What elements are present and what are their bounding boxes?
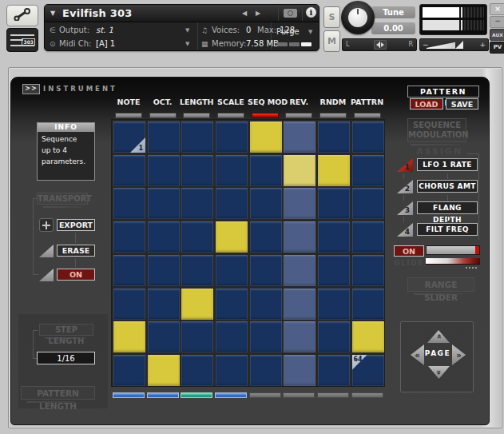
- tune-value[interactable]: 0.00: [371, 22, 415, 34]
- snapshot-camera-icon[interactable]: [284, 9, 297, 18]
- close-button[interactable]: ×: [490, 3, 504, 15]
- column-header-7[interactable]: RNDM: [315, 97, 350, 107]
- grid-cell-r6c2[interactable]: [148, 289, 180, 320]
- grid-cell-r7c1[interactable]: [113, 321, 145, 352]
- grid-cell-r7c6[interactable]: [284, 321, 315, 352]
- next-instrument-icon[interactable]: ▶: [256, 10, 260, 17]
- grid-cell-r1c5[interactable]: [250, 121, 282, 153]
- grid-cell-r6c3[interactable]: [181, 289, 213, 320]
- grid-cell-r5c2[interactable]: [148, 255, 180, 286]
- volume-handle[interactable]: [455, 41, 463, 49]
- column-header-3[interactable]: LENGTH: [180, 97, 214, 107]
- column-header-2[interactable]: OCT.: [145, 97, 180, 107]
- grid-cell-r3c8[interactable]: [352, 188, 384, 219]
- grid-cell-r3c6[interactable]: [284, 188, 315, 219]
- transport-on-button[interactable]: ON: [57, 269, 95, 281]
- grid-cell-r3c4[interactable]: [216, 188, 248, 219]
- grid-cell-r3c2[interactable]: [148, 188, 180, 219]
- grid-cell-r8c7[interactable]: [318, 355, 350, 386]
- column-page-bar-5[interactable]: [249, 392, 281, 398]
- grid-cell-r4c1[interactable]: [113, 221, 145, 253]
- grid-cell-r3c5[interactable]: [250, 188, 282, 219]
- grid-cell-r1c4[interactable]: [216, 121, 248, 153]
- column-header-5[interactable]: SEQ MOD: [248, 97, 282, 107]
- info-icon[interactable]: i: [306, 7, 316, 18]
- grid-cell-r5c6[interactable]: [284, 255, 315, 286]
- column-page-bar-7[interactable]: [317, 392, 349, 398]
- column-page-bar-6[interactable]: [283, 392, 315, 398]
- grid-cell-r1c7[interactable]: [318, 121, 350, 153]
- purge-button[interactable]: Purge: [276, 27, 300, 36]
- aux-button[interactable]: AUX: [490, 29, 504, 41]
- grid-cell-r4c2[interactable]: [148, 221, 180, 253]
- grid-cell-r8c1[interactable]: [113, 355, 145, 386]
- column-page-bar-1[interactable]: [113, 392, 145, 398]
- assign-slot-4-button[interactable]: FILT FREQ: [417, 223, 478, 236]
- glide-on-button[interactable]: ON: [394, 245, 424, 257]
- mute-button[interactable]: M: [323, 30, 340, 52]
- grid-cell-r2c6[interactable]: [284, 155, 315, 186]
- purge-dropdown-icon[interactable]: ▼: [308, 29, 312, 35]
- grid-cell-r3c3[interactable]: [181, 188, 213, 219]
- column-page-bar-8[interactable]: [351, 392, 383, 398]
- grid-cell-r8c3[interactable]: [181, 355, 213, 386]
- grid-cell-r4c5[interactable]: [250, 221, 282, 253]
- instrument-303-logo-button[interactable]: 303: [6, 28, 38, 52]
- export-button[interactable]: EXPORT: [57, 219, 95, 231]
- column-header-8[interactable]: PATTRN: [350, 97, 384, 107]
- pv-button[interactable]: PV: [490, 42, 504, 54]
- instrument-minimize-arrow-icon[interactable]: ▼: [50, 10, 55, 17]
- grid-cell-r5c4[interactable]: [216, 255, 248, 286]
- volume-slider[interactable]: − +: [419, 38, 489, 51]
- grid-cell-r7c4[interactable]: [216, 321, 248, 352]
- grid-cell-r8c8[interactable]: 64: [352, 355, 384, 386]
- assign-slot-1-button[interactable]: LFO 1 RATE: [417, 158, 478, 171]
- grid-cell-r6c1[interactable]: [113, 289, 145, 320]
- grid-cell-r4c8[interactable]: [352, 221, 384, 253]
- grid-cell-r1c6[interactable]: [284, 121, 315, 153]
- column-page-bar-4[interactable]: [215, 392, 247, 398]
- grid-cell-r5c7[interactable]: [318, 255, 350, 286]
- load-button[interactable]: LOAD: [410, 98, 443, 109]
- grid-cell-r5c5[interactable]: [250, 255, 282, 286]
- grid-cell-r2c4[interactable]: [216, 155, 248, 186]
- erase-button[interactable]: ERASE: [57, 245, 95, 257]
- grid-cell-r8c2[interactable]: [148, 355, 180, 386]
- grid-cell-r4c6[interactable]: [284, 221, 315, 253]
- pan-handle-icon[interactable]: [374, 40, 387, 50]
- grid-cell-r8c4[interactable]: [216, 355, 248, 386]
- grid-cell-r1c3[interactable]: [181, 121, 213, 153]
- output-dropdown-icon[interactable]: ▼: [185, 27, 189, 34]
- column-select-bar-6[interactable]: [285, 113, 312, 118]
- column-page-bar-3[interactable]: [181, 392, 212, 398]
- page-down-button[interactable]: »: [428, 366, 450, 379]
- edit-wrench-button[interactable]: [6, 5, 38, 26]
- midi-dropdown-icon[interactable]: ▼: [185, 41, 189, 47]
- column-header-6[interactable]: REV.: [282, 97, 316, 107]
- grid-cell-r2c3[interactable]: [181, 155, 213, 186]
- column-select-bar-7[interactable]: [319, 113, 347, 118]
- column-page-bar-2[interactable]: [147, 392, 179, 398]
- column-select-bar-3[interactable]: [183, 113, 210, 118]
- minimize-button[interactable]: −: [490, 16, 504, 28]
- grid-cell-r6c4[interactable]: [216, 289, 248, 320]
- tune-knob[interactable]: [341, 1, 375, 34]
- grid-cell-r3c7[interactable]: [318, 188, 350, 219]
- grid-cell-r2c8[interactable]: [352, 155, 384, 186]
- grid-cell-r4c7[interactable]: [318, 221, 350, 253]
- grid-cell-r2c5[interactable]: [250, 155, 282, 186]
- save-button[interactable]: SAVE: [446, 98, 478, 109]
- pan-slider[interactable]: L R: [342, 38, 417, 51]
- page-up-button[interactable]: »: [427, 330, 450, 343]
- column-select-bar-5[interactable]: [252, 113, 279, 118]
- grid-cell-r7c7[interactable]: [318, 321, 350, 352]
- grid-cell-r7c3[interactable]: [181, 321, 213, 352]
- grid-cell-r2c7[interactable]: [318, 155, 350, 186]
- column-select-bar-2[interactable]: [149, 113, 177, 118]
- grid-cell-r1c8[interactable]: [352, 121, 384, 153]
- grid-cell-r7c5[interactable]: [250, 321, 282, 352]
- glide-slider[interactable]: [426, 245, 480, 255]
- grid-cell-r4c3[interactable]: [181, 221, 213, 253]
- grid-cell-r6c6[interactable]: [284, 289, 315, 320]
- assign-slot-3-button[interactable]: FLANG DEPTH: [417, 201, 478, 214]
